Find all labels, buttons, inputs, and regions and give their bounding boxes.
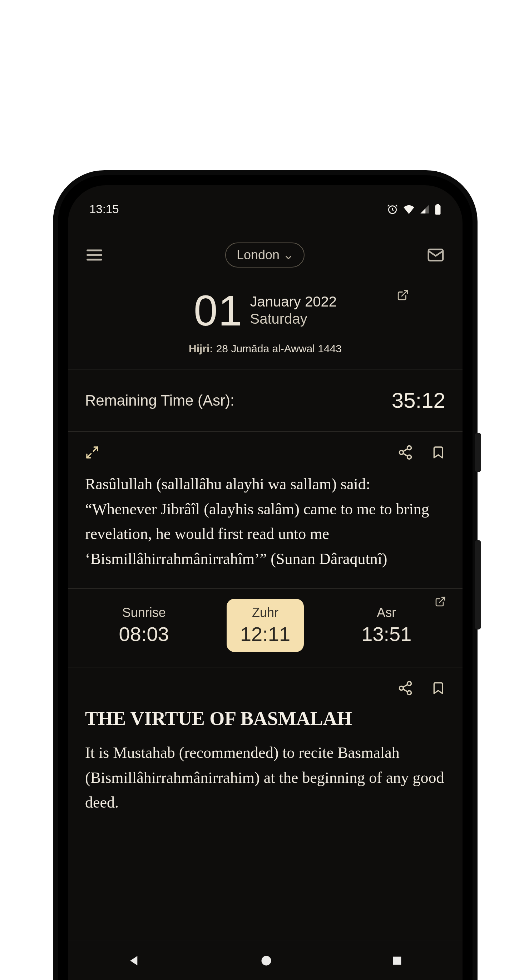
open-external-button[interactable]	[397, 289, 409, 301]
phone-side-button-top	[475, 433, 481, 472]
prayer-time-sunrise[interactable]: Sunrise08:03	[105, 599, 183, 652]
expand-button[interactable]	[85, 445, 99, 461]
svg-line-7	[402, 290, 407, 296]
svg-rect-1	[437, 204, 439, 205]
nav-home-button[interactable]	[260, 954, 273, 967]
app-bar: London	[68, 221, 462, 282]
svg-line-13	[403, 453, 408, 456]
svg-line-8	[93, 447, 98, 451]
mail-button[interactable]	[426, 245, 445, 265]
hadith-text: Rasûlullah (sallallâhu alayhi wa sallam)…	[85, 472, 445, 571]
article-card: THE VIRTUE OF BASMALAH It is Mustahab (r…	[68, 667, 462, 832]
date-row: 01 January 2022 Saturday	[194, 289, 337, 332]
svg-line-15	[439, 597, 445, 603]
prayer-name: Zuhr	[240, 605, 290, 620]
nav-back-button[interactable]	[127, 953, 141, 968]
prayer-time: 13:51	[361, 622, 411, 646]
bookmark-button[interactable]	[431, 445, 445, 462]
status-time: 13:15	[89, 202, 119, 216]
phone-frame: 13:15	[58, 175, 473, 980]
hijri-label: Hijri:	[189, 343, 213, 355]
system-nav-bar	[68, 941, 462, 980]
prayer-time: 08:03	[119, 622, 169, 646]
svg-rect-2	[435, 205, 441, 215]
prayer-time-zuhr[interactable]: Zuhr12:11	[227, 599, 304, 652]
status-icons	[387, 204, 441, 215]
battery-icon	[435, 204, 441, 215]
wifi-icon	[403, 204, 415, 214]
screen: 13:15	[68, 185, 462, 980]
alarm-icon	[387, 204, 398, 215]
nav-recent-button[interactable]	[391, 955, 403, 967]
location-selector[interactable]: London	[225, 242, 305, 267]
svg-line-9	[87, 453, 91, 458]
share-button[interactable]	[397, 680, 413, 697]
open-external-button[interactable]	[435, 596, 446, 607]
prayer-name: Asr	[361, 605, 411, 620]
prayer-name: Sunrise	[119, 605, 169, 620]
remaining-time-row: Remaining Time (Asr): 35:12	[68, 369, 462, 431]
svg-line-14	[403, 449, 408, 451]
status-bar: 13:15	[68, 185, 462, 221]
svg-point-21	[261, 956, 271, 965]
location-label: London	[237, 248, 280, 262]
remaining-label: Remaining Time (Asr):	[85, 392, 235, 409]
bookmark-button[interactable]	[431, 680, 445, 697]
hijri-date: Hijri: 28 Jumāda al-Awwal 1443	[85, 343, 445, 355]
remaining-value: 35:12	[392, 388, 445, 413]
share-button[interactable]	[397, 445, 413, 462]
article-text: It is Mustahab (recommended) to recite B…	[85, 740, 445, 815]
phone-side-button-bottom	[475, 540, 481, 630]
weekday: Saturday	[250, 310, 337, 328]
svg-rect-22	[393, 956, 401, 965]
svg-line-20	[403, 684, 408, 687]
svg-line-19	[403, 689, 408, 692]
month-year: January 2022	[250, 293, 337, 310]
prayer-times-row: Sunrise08:03Zuhr12:11Asr13:51	[68, 589, 462, 667]
hadith-card: Rasûlullah (sallallâhu alayhi wa sallam)…	[68, 432, 462, 589]
article-title: THE VIRTUE OF BASMALAH	[85, 708, 445, 730]
menu-button[interactable]	[85, 246, 104, 264]
prayer-time-asr[interactable]: Asr13:51	[348, 599, 425, 652]
hijri-value: 28 Jumāda al-Awwal 1443	[216, 343, 342, 355]
date-block: 01 January 2022 Saturday Hijri: 28 Jumād…	[68, 282, 462, 369]
prayer-time: 12:11	[240, 622, 290, 646]
signal-icon	[419, 204, 430, 214]
chevron-down-icon	[284, 250, 293, 260]
day-number: 01	[194, 289, 243, 332]
